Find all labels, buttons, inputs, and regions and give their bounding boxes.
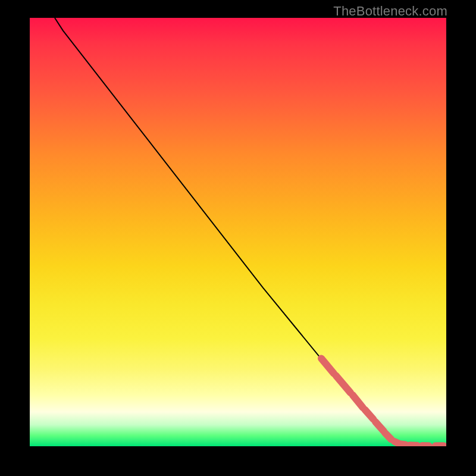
plot-area [30,18,446,446]
chart-svg [30,18,446,446]
highlight-segment [353,395,364,408]
highlight-segment [365,410,374,419]
highlight-segment [409,445,417,446]
highlight-segment [401,444,405,444]
chart-frame: TheBottleneck.com [0,0,476,476]
watermark-text: TheBottleneck.com [333,4,447,19]
highlight-segment [336,375,351,393]
highlight-segment [321,358,334,373]
highlight-segment [375,422,384,431]
highlight-segment [385,433,392,440]
main-curve [55,18,446,446]
